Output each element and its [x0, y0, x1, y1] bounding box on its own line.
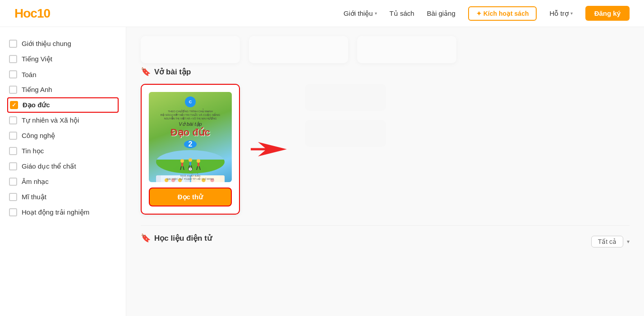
sidebar-label: Đạo đức: [23, 101, 50, 109]
sidebar-item-tin-hoc[interactable]: Tin học: [7, 143, 119, 159]
svg-rect-2: [181, 163, 183, 166]
logo[interactable]: Hoc10: [14, 6, 50, 21]
faded-right-cards: [305, 84, 386, 147]
checkbox-am-nhac[interactable]: [9, 178, 17, 186]
sidebar-item-tu-nhien[interactable]: Tự nhiên và Xã hội: [7, 113, 119, 128]
sidebar-item-giao-duc-the-chat[interactable]: Giáo dục thể chất: [7, 159, 119, 174]
kich-hoat-sach-button[interactable]: ✦ Kích hoạt sách: [468, 6, 537, 21]
book-card-dao-duc: C THEO CHƯƠNG TRÌNH CHỦ MẠNH BỘ SÁCH KẾT…: [141, 84, 240, 215]
main-section: C THEO CHƯƠNG TRÌNH CHỦ MẠNH BỘ SÁCH KẾT…: [141, 84, 630, 215]
sidebar-label: Tiếng Anh: [22, 86, 52, 94]
section-hoc-lieu-title: Học liệu điện tử: [154, 234, 212, 243]
section-hoc-lieu-header: 🔖 Học liệu điện tử: [141, 233, 212, 243]
sidebar-item-hoat-dong[interactable]: Hoạt động trải nghiệm: [7, 205, 119, 220]
header: Hoc10 Giới thiệu ▾ Tủ sách Bài giảng ✦ K…: [0, 0, 644, 27]
hoc-lieu-section: 🔖 Học liệu điện tử Tất cả ▾: [141, 225, 630, 250]
section-vo-bai-tap-title: Vở bài tập: [154, 67, 191, 77]
pointing-arrow: [251, 140, 287, 158]
main-nav: Giới thiệu ▾ Tủ sách Bài giảng ✦ Kích ho…: [344, 6, 630, 21]
checkbox-gioi-thieu-chung[interactable]: [9, 40, 17, 48]
sidebar-label: Giáo dục thể chất: [22, 162, 76, 170]
sidebar-item-tieng-anh[interactable]: Tiếng Anh: [7, 82, 119, 97]
checkbox-hoat-dong[interactable]: [9, 208, 17, 216]
nav-tu-sach[interactable]: Tủ sách: [390, 9, 414, 18]
nav-gioi-thieu[interactable]: Giới thiệu ▾: [344, 9, 377, 18]
sidebar-label: Tiếng Việt: [22, 55, 52, 63]
sidebar: Giới thiệu chung Tiếng Việt Toán Tiếng A…: [0, 27, 126, 316]
book-cover-inner: C THEO CHƯƠNG TRÌNH CHỦ MẠNH BỘ SÁCH KẾT…: [149, 92, 232, 182]
sidebar-label: Toán: [22, 71, 37, 78]
nav-bai-giang[interactable]: Bài giảng: [427, 9, 455, 18]
book-cover: C THEO CHƯƠNG TRÌNH CHỦ MẠNH BỘ SÁCH KẾT…: [149, 92, 232, 182]
sidebar-label: Hoạt động trải nghiệm: [22, 208, 89, 216]
checkbox-tieng-viet[interactable]: [9, 55, 17, 63]
publisher-logo: C: [185, 96, 196, 107]
sidebar-label: Giới thiệu chung: [22, 40, 71, 48]
chevron-down-icon: ▾: [375, 11, 377, 16]
checkbox-mi-thuat[interactable]: [9, 193, 17, 201]
svg-rect-6: [189, 162, 191, 165]
book-subtitle: THEO CHƯƠNG TRÌNH CHỦ MẠNH BỘ SÁCH KẾT N…: [161, 110, 220, 120]
sidebar-item-gioi-thieu-chung[interactable]: Giới thiệu chung: [7, 36, 119, 51]
filter-area: Tất cả ▾: [591, 236, 630, 247]
nxb-logo: NHÀ XUẤT BẢNĐẠI HỌC SƯ PHẠM TP HỒ CHÍ MI…: [167, 174, 214, 180]
chevron-down-icon-filter: ▾: [627, 238, 630, 245]
svg-point-1: [180, 159, 184, 163]
bookmark-icon-2: 🔖: [141, 233, 151, 243]
svg-rect-10: [198, 163, 199, 166]
sidebar-item-cong-nghe[interactable]: Công nghệ: [7, 128, 119, 143]
grade-badge: 2: [184, 140, 197, 148]
book-scene-sports: [156, 150, 224, 174]
dang-ky-button[interactable]: Đăng ký: [585, 6, 630, 21]
arrow-container: [251, 140, 287, 158]
checkbox-tin-hoc[interactable]: [9, 147, 17, 155]
doc-thu-button[interactable]: Đọc thử: [149, 188, 232, 206]
checkbox-toan[interactable]: [9, 70, 17, 78]
sidebar-item-tieng-viet[interactable]: Tiếng Việt: [7, 51, 119, 67]
sidebar-item-dao-duc[interactable]: Đạo đức: [7, 97, 119, 113]
sidebar-label: Âm nhạc: [22, 178, 49, 186]
sidebar-item-toan[interactable]: Toán: [7, 67, 119, 82]
svg-marker-40: [251, 142, 287, 156]
sidebar-label: Mĩ thuật: [22, 193, 46, 201]
sidebar-label: Tin học: [22, 147, 44, 155]
sidebar-item-mi-thuat[interactable]: Mĩ thuật: [7, 189, 119, 205]
checkbox-tieng-anh[interactable]: [9, 86, 17, 94]
main-content: 🔖 Vở bài tập C: [126, 27, 644, 316]
filter-dropdown[interactable]: Tất cả: [591, 236, 623, 247]
sidebar-label: Tự nhiên và Xã hội: [22, 116, 79, 124]
book-title-main: Đạo đức: [170, 127, 210, 138]
checkbox-cong-nghe[interactable]: [9, 132, 17, 140]
bookmark-icon: 🔖: [141, 67, 151, 77]
checkbox-dao-duc[interactable]: [10, 101, 18, 109]
vo-bai-tap-section: 🔖 Vở bài tập C: [141, 67, 630, 215]
checkbox-giao-duc-the-chat[interactable]: [9, 162, 17, 170]
section-vo-bai-tap-header: 🔖 Vở bài tập: [141, 67, 630, 77]
logo-accent: 10: [37, 6, 50, 20]
nav-ho-tro[interactable]: Hỗ trợ ▾: [549, 9, 572, 18]
page-layout: Giới thiệu chung Tiếng Việt Toán Tiếng A…: [0, 27, 644, 316]
sidebar-label: Công nghệ: [22, 132, 55, 140]
logo-text: Hoc: [14, 6, 37, 20]
top-books-area: [141, 36, 630, 63]
sidebar-item-am-nhac[interactable]: Âm nhạc: [7, 174, 119, 189]
checkbox-tu-nhien[interactable]: [9, 116, 17, 124]
svg-point-5: [189, 158, 192, 162]
svg-point-9: [197, 159, 200, 163]
chevron-down-icon-2: ▾: [570, 11, 573, 16]
